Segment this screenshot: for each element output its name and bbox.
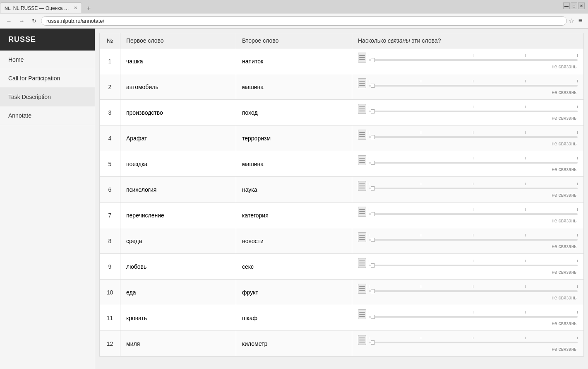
slider-thumb[interactable] bbox=[371, 161, 375, 165]
row-num: 11 bbox=[100, 305, 120, 331]
slider-label: не связаны bbox=[358, 166, 578, 172]
slider-track[interactable] bbox=[369, 162, 578, 164]
slider-tick bbox=[369, 260, 369, 262]
slider-tick bbox=[525, 337, 526, 339]
row-word1: психология bbox=[120, 177, 236, 203]
slider-tick bbox=[577, 183, 578, 185]
slider-track[interactable] bbox=[369, 85, 578, 87]
table-row: 7перечислениекатегорияне связаны bbox=[100, 203, 584, 228]
slider-tick bbox=[421, 106, 421, 108]
slider-icon bbox=[358, 53, 366, 63]
sidebar-item-task-description[interactable]: Task Description bbox=[0, 88, 95, 106]
slider-tick bbox=[369, 208, 369, 211]
sidebar-item-home[interactable]: Home bbox=[0, 51, 95, 69]
slider-track[interactable] bbox=[369, 188, 578, 189]
slider-thumb[interactable] bbox=[371, 58, 375, 62]
slider-tick bbox=[577, 131, 578, 134]
row-word1: Арафат bbox=[120, 125, 236, 151]
row-slider-cell[interactable]: не связаны bbox=[352, 228, 584, 254]
slider-thumb[interactable] bbox=[371, 263, 375, 268]
sidebar-item-call-for-participation[interactable]: Call for Participation bbox=[0, 69, 95, 88]
slider-icon bbox=[358, 155, 366, 165]
row-num: 3 bbox=[100, 100, 120, 125]
slider-tick bbox=[525, 285, 526, 288]
table-row: 1чашканапитокне связаны bbox=[100, 48, 584, 74]
slider-label: не связаны bbox=[358, 295, 578, 301]
slider-thumb[interactable] bbox=[371, 186, 375, 191]
slider-label: не связаны bbox=[358, 321, 578, 326]
slider-tick bbox=[473, 285, 473, 288]
slider-icon bbox=[358, 258, 366, 268]
slider-thumb[interactable] bbox=[371, 340, 375, 345]
slider-track[interactable] bbox=[369, 59, 578, 61]
minimize-button[interactable]: — bbox=[563, 2, 570, 9]
col-header-num: № bbox=[100, 33, 120, 48]
row-slider-cell[interactable]: не связаны bbox=[352, 254, 584, 280]
slider-tick bbox=[577, 285, 578, 288]
slider-thumb[interactable] bbox=[371, 135, 375, 139]
back-button[interactable]: ← bbox=[3, 16, 14, 26]
slider-label: не связаны bbox=[358, 244, 578, 249]
slider-tick bbox=[473, 106, 473, 108]
row-slider-cell[interactable]: не связаны bbox=[352, 74, 584, 100]
row-num: 7 bbox=[100, 203, 120, 228]
slider-track[interactable] bbox=[369, 290, 578, 292]
table-row: 6психологиянаукане связаны bbox=[100, 177, 584, 203]
slider-thumb[interactable] bbox=[371, 289, 375, 293]
close-button[interactable]: ✕ bbox=[578, 2, 585, 9]
slider-tick bbox=[525, 80, 526, 82]
slider-tick bbox=[421, 285, 421, 288]
slider-thumb[interactable] bbox=[371, 84, 375, 88]
col-header-word2: Второе слово bbox=[236, 33, 352, 48]
slider-track[interactable] bbox=[369, 239, 578, 241]
new-tab-button[interactable]: + bbox=[84, 3, 94, 13]
tab-label: NL RUSSE — Оценка се... bbox=[13, 5, 71, 11]
slider-icon bbox=[358, 309, 366, 319]
row-slider-cell[interactable]: не связаны bbox=[352, 280, 584, 305]
slider-track[interactable] bbox=[369, 111, 578, 112]
slider-tick bbox=[577, 337, 578, 339]
slider-label: не связаны bbox=[358, 218, 578, 224]
slider-track[interactable] bbox=[369, 316, 578, 318]
slider-track[interactable] bbox=[369, 342, 578, 343]
reload-button[interactable]: ↻ bbox=[29, 16, 39, 26]
col-header-word1: Первое слово bbox=[120, 33, 236, 48]
table-row: 12милякилометрне связаны bbox=[100, 331, 584, 357]
tab-close-icon[interactable]: ✕ bbox=[74, 5, 77, 11]
slider-thumb[interactable] bbox=[371, 315, 375, 319]
slider-tick bbox=[577, 260, 578, 262]
browser-tab[interactable]: NL NL RUSSE — Оценка се... ✕ bbox=[0, 2, 82, 13]
slider-tick bbox=[473, 54, 473, 57]
row-slider-cell[interactable]: не связаны bbox=[352, 331, 584, 357]
row-word2: наука bbox=[236, 177, 352, 203]
address-bar[interactable] bbox=[41, 16, 567, 26]
slider-tick bbox=[525, 54, 526, 57]
row-slider-cell[interactable]: не связаны bbox=[352, 48, 584, 74]
forward-button[interactable]: → bbox=[16, 16, 27, 26]
restore-button[interactable]: □ bbox=[571, 2, 577, 9]
slider-track[interactable] bbox=[369, 136, 578, 138]
sidebar-item-annotate[interactable]: Annotate bbox=[0, 106, 95, 125]
slider-track[interactable] bbox=[369, 213, 578, 215]
browser-menu-button[interactable]: ≡ bbox=[576, 16, 585, 25]
slider-tick bbox=[421, 131, 421, 134]
row-word2: поход bbox=[236, 100, 352, 125]
row-slider-cell[interactable]: не связаны bbox=[352, 305, 584, 331]
slider-track[interactable] bbox=[369, 265, 578, 266]
slider-thumb[interactable] bbox=[371, 238, 375, 242]
table-row: 10едафруктне связаны bbox=[100, 280, 584, 305]
slider-thumb[interactable] bbox=[371, 109, 375, 113]
row-num: 10 bbox=[100, 280, 120, 305]
row-slider-cell[interactable]: не связаны bbox=[352, 100, 584, 125]
row-slider-cell[interactable]: не связаны bbox=[352, 177, 584, 203]
row-slider-cell[interactable]: не связаны bbox=[352, 203, 584, 228]
row-slider-cell[interactable]: не связаны bbox=[352, 125, 584, 151]
row-slider-cell[interactable]: не связаны bbox=[352, 151, 584, 177]
bookmark-icon[interactable]: ☆ bbox=[569, 17, 574, 25]
slider-tick bbox=[473, 131, 473, 134]
slider-thumb[interactable] bbox=[371, 212, 375, 216]
slider-tick bbox=[473, 208, 473, 211]
slider-tick bbox=[369, 285, 369, 288]
slider-tick bbox=[525, 234, 526, 236]
row-word2: километр bbox=[236, 331, 352, 357]
